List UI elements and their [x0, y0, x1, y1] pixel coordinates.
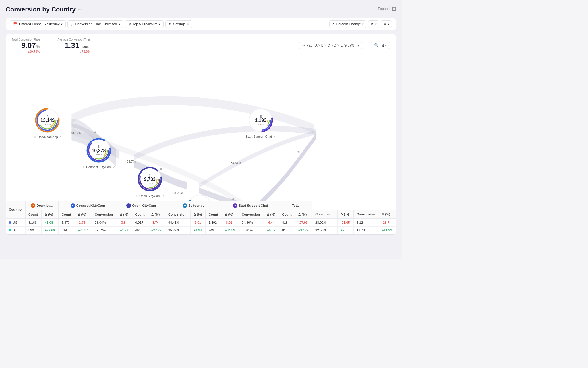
node-c[interactable]: C 9,733 users ✧ Open KittyCam ✕ — [135, 166, 165, 198]
edit-icon[interactable]: ✏ — [78, 7, 82, 12]
td-us-d-conv: 24.80% — [239, 218, 264, 226]
td-gb-c-conv-delta: +1.94 — [190, 226, 206, 234]
th-b-conv-delta: Δ (%) — [117, 210, 132, 218]
td-us-e-count: 418 — [279, 218, 295, 226]
node-c-close[interactable]: ✕ — [162, 194, 165, 198]
breakdown-table: Country A Downloa... B Connect K — [6, 201, 396, 234]
conversion-limit-label: Conversion Limit: Unlimited — [75, 22, 117, 26]
pct-label-de: 33.37% — [231, 161, 241, 164]
main-panel: Total Conversion Rate 9.07 % ↓20.79% Ave… — [6, 34, 396, 235]
td-us-b-count: 6,373 — [59, 218, 75, 226]
avg-conversion-unit: hours — [80, 44, 90, 49]
chevron-down-icon3: ▾ — [159, 22, 160, 26]
chevron-down-icon5: ▾ — [362, 22, 364, 26]
th-a-count: Count — [25, 210, 42, 218]
filter-icon: ⊘ — [128, 22, 131, 26]
settings-label: Settings — [173, 22, 185, 26]
node-b-users: users — [92, 153, 106, 156]
td-gb-b-delta: +25.37 — [75, 226, 92, 234]
td-country-us: US — [6, 218, 25, 226]
node-a-close[interactable]: ✕ — [59, 135, 62, 139]
toolbar: 📅 Entered Funnel: Yesterday ▾ ⇄ Conversi… — [6, 18, 396, 30]
flag-icon: ⚑ — [371, 22, 374, 26]
td-gb-c-delta: +27.79 — [148, 226, 165, 234]
td-us-c-conv: 94.41% — [165, 218, 190, 226]
td-gb-e-conv-delta: +2 — [337, 226, 353, 234]
td-us-total-conv: 5.12 — [353, 218, 379, 226]
table-row: GB 590 +22.66 514 +25.37 87.12% +2.21 49… — [6, 226, 396, 234]
th-d-conv-delta: Δ (%) — [264, 210, 279, 218]
td-gb-total-delta: +11.92 — [379, 226, 396, 234]
td-gb-a-delta: +22.66 — [42, 226, 59, 234]
total-conversion-stat: Total Conversion Rate 9.07 % ↓20.79% — [12, 38, 40, 53]
total-conversion-value: 9.07 — [21, 41, 36, 50]
td-us-b-conv-delta: -3.8 — [117, 218, 132, 226]
th-step-c: C Open KittyCam — [117, 201, 165, 210]
node-b-close[interactable]: ✕ — [113, 165, 115, 169]
grid-icon[interactable]: ⊞ — [392, 6, 396, 12]
th-b-conv: Conversion — [92, 210, 117, 218]
th-e-conv-delta: Δ (%) — [337, 210, 353, 218]
td-us-a-count: 8,166 — [25, 218, 42, 226]
th-b-count: Count — [59, 210, 75, 218]
node-e[interactable]: E 1,193 users Start Support Chat ✕ — [246, 107, 276, 139]
trend-icon: ↗ — [332, 22, 335, 26]
td-us-c-delta: -3.74 — [148, 218, 165, 226]
top-breakouts-label: Top 5 Breakouts — [133, 22, 158, 26]
search-fit-btn[interactable]: 🔍 Fit ▾ — [371, 42, 390, 49]
node-b[interactable]: B 10,278 users ✧ Connect KittyCam ✕ — [82, 137, 115, 169]
flag-btn[interactable]: ⚑ ▾ — [368, 20, 379, 28]
table-wrapper[interactable]: Country A Downloa... B Connect K — [6, 201, 396, 234]
node-d[interactable]: D 3,575 users ✧ Subscribe ✕ — [187, 193, 213, 201]
swap-icon: ⇄ — [71, 22, 74, 26]
percent-change-label: Percent Change — [336, 22, 361, 26]
th-total: Total — [279, 201, 312, 210]
th-c-conv-delta: Δ (%) — [190, 210, 206, 218]
svg-point-19 — [188, 195, 211, 201]
chevron-down-icon: ▾ — [61, 22, 63, 26]
avg-conversion-value: 1.31 — [65, 41, 80, 50]
th-a-delta: Δ (%) — [42, 210, 59, 218]
td-us-b-delta: -2.76 — [75, 218, 92, 226]
chevron-down-icon7: ▾ — [388, 22, 389, 26]
th-c-conv: Conversion — [165, 210, 190, 218]
sankey-svg — [6, 57, 396, 201]
th-d-count: Count — [206, 210, 222, 218]
td-gb-e-conv: 32.53% — [312, 226, 338, 234]
node-a-label: ☆ Download App ✕ — [33, 135, 62, 139]
th-c-delta: Δ (%) — [148, 210, 165, 218]
td-gb-e-delta: +37.29 — [295, 226, 312, 234]
node-b-count: 10,278 — [92, 148, 106, 153]
node-e-close[interactable]: ✕ — [273, 135, 276, 139]
node-c-count: 9,733 — [144, 177, 156, 181]
th-country: Country — [6, 201, 25, 219]
funnel-filter-btn[interactable]: 📅 Entered Funnel: Yesterday ▾ — [10, 20, 66, 28]
td-gb-b-count: 514 — [59, 226, 75, 234]
th-e-delta: Δ (%) — [295, 210, 312, 218]
total-conversion-change: ↓20.79% — [28, 50, 40, 53]
expand-label[interactable]: Expand — [378, 7, 390, 11]
td-gb-d-conv: 50.61% — [239, 226, 264, 234]
conversion-limit-btn[interactable]: ⇄ Conversion Limit: Unlimited ▾ — [67, 20, 123, 28]
percent-change-btn[interactable]: ↗ Percent Change ▾ — [329, 20, 366, 28]
th-step-d: D Subscribe — [165, 201, 222, 210]
funnel-area: A 13,149 users ☆ Download App ✕ — [6, 57, 396, 201]
node-e-users: users — [255, 122, 266, 125]
page-title: Conversion by Country — [6, 6, 76, 13]
pct-label-cd: 36.73% — [173, 191, 183, 195]
node-a-users: users — [40, 122, 55, 125]
settings-btn[interactable]: ⚙ Settings ▾ — [165, 20, 192, 28]
chevron-down-icon8: ▾ — [357, 43, 359, 47]
td-gb-d-conv-delta: +5.32 — [264, 226, 279, 234]
th-total-delta: Δ (%) — [379, 210, 396, 218]
top-breakouts-btn[interactable]: ⊘ Top 5 Breakouts ▾ — [125, 20, 164, 28]
node-a[interactable]: A 13,149 users ☆ Download App ✕ — [33, 107, 62, 139]
td-gb-b-conv-delta: +2.21 — [117, 226, 132, 234]
node-c-users: users — [144, 181, 156, 184]
node-e-label: Start Support Chat ✕ — [246, 135, 276, 139]
td-gb-c-count: 492 — [132, 226, 148, 234]
td-us-e-conv-delta: -21.65 — [337, 218, 353, 226]
chevron-down-icon6: ▾ — [375, 22, 377, 26]
funnel-filter-label: Entered Funnel: Yesterday — [19, 22, 59, 26]
download-btn[interactable]: ⬇ ▾ — [381, 20, 392, 28]
